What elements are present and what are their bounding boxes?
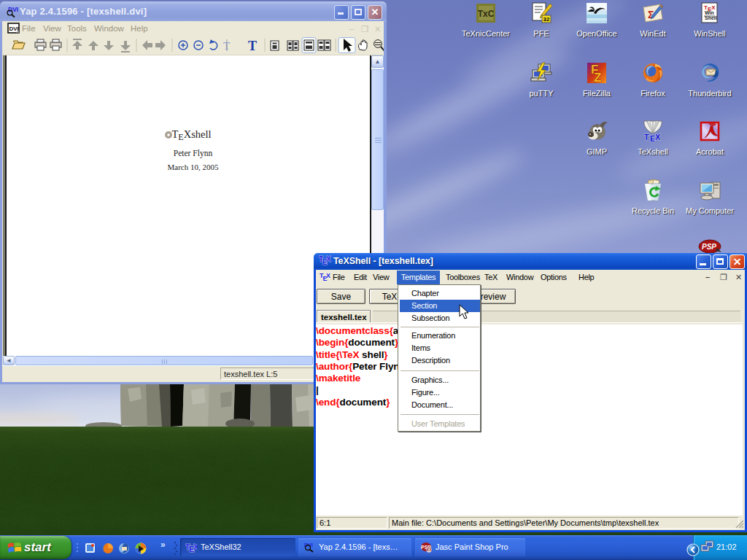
svg-text:TxC: TxC: [478, 9, 495, 19]
svg-text:32: 32: [543, 16, 550, 23]
svg-text:8: 8: [427, 547, 430, 553]
svg-text:T: T: [644, 133, 649, 141]
svg-text:Z: Z: [594, 71, 601, 85]
svg-text:Win: Win: [705, 10, 714, 15]
svg-text:PSP: PSP: [702, 243, 716, 251]
svg-text:X: X: [326, 255, 331, 263]
svg-text:TEX: TEX: [185, 542, 197, 553]
svg-text:T: T: [248, 39, 257, 53]
svg-text:DVI: DVI: [8, 6, 18, 13]
svg-text:X: X: [655, 133, 661, 141]
svg-text:»: »: [160, 540, 166, 549]
svg-text:X: X: [326, 272, 330, 279]
svg-text:DVI: DVI: [9, 26, 19, 32]
